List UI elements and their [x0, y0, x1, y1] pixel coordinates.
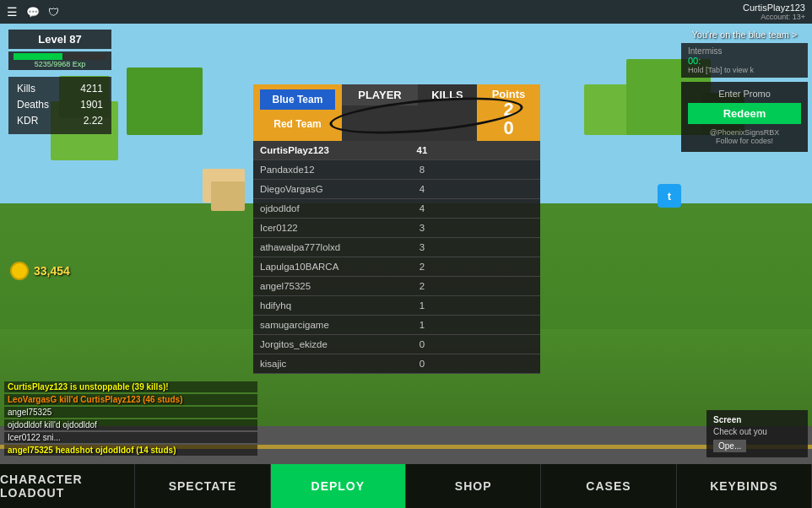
- chat-icon[interactable]: 💬: [26, 6, 40, 19]
- kill-feed-text: LeoVargasG kill'd CurtisPlayz123 (46 stu…: [8, 395, 182, 404]
- points-red: 0: [477, 119, 540, 138]
- you-on-blue-text: You're on the blue team >: [681, 30, 808, 40]
- table-row: DiegoVargasG 4: [253, 180, 540, 199]
- kill-feed-text: Icer0122 sni...: [8, 433, 61, 442]
- top-bar-icons: ☰ 💬 🛡: [7, 5, 59, 19]
- exp-bar-container: 5235/9968 Exp: [8, 51, 111, 70]
- player-name: Lapulga10BARCA: [253, 259, 388, 274]
- nav-shop[interactable]: SHOP: [406, 464, 541, 508]
- nav-label: KEYBINDS: [710, 479, 777, 493]
- player-name: Jorgitos_ekizde: [253, 337, 388, 352]
- screen-panel-title: Screen: [713, 415, 801, 424]
- promo-section: Enter Promo Redeem @PhoenixSignsRBX Foll…: [681, 82, 808, 152]
- kdr-label: KDR: [17, 113, 38, 129]
- player-name: Pandaxde12: [253, 162, 388, 177]
- kill-count: 3: [388, 242, 456, 252]
- nav-character-loadout[interactable]: CHARACTER LOADOUT: [0, 464, 135, 508]
- nav-label: DEPLOY: [311, 479, 365, 493]
- points-blue: 2: [477, 100, 540, 119]
- list-item: angel75325 headshot ojdodldof (14 studs): [4, 445, 257, 456]
- player-name: DiegoVargasG: [253, 181, 388, 197]
- top-bar-user: CurtisPlayz123 Account: 13+: [743, 3, 805, 21]
- scoreboard: Blue Team Red Team PLAYER KILLS Points 2…: [253, 84, 540, 374]
- player-name: ojdodldof: [253, 201, 388, 216]
- nav-label: SHOP: [455, 479, 492, 493]
- player-name: CurtisPlayz123: [253, 143, 388, 158]
- kill-count: 1: [388, 320, 456, 330]
- table-row: CurtisPlayz123 41: [253, 141, 540, 160]
- list-item: CurtisPlayz123 is unstoppable (39 kills)…: [4, 381, 257, 392]
- username: CurtisPlayz123: [743, 3, 805, 13]
- kill-feed: CurtisPlayz123 is unstoppable (39 kills)…: [4, 381, 257, 457]
- kill-count: 1: [388, 300, 456, 311]
- left-panel: Level 87 5235/9968 Exp Kills 4211 Deaths…: [8, 30, 111, 134]
- nav-label: CASES: [586, 479, 631, 493]
- kill-count: 0: [388, 359, 456, 369]
- list-item: Icer0122 sni...: [4, 432, 257, 443]
- table-row: samugarcigame 1: [253, 316, 540, 335]
- table-row: athawalpa777lolxd 3: [253, 238, 540, 257]
- redeem-button[interactable]: Redeem: [688, 103, 801, 124]
- exp-bar-fill: [14, 53, 62, 60]
- nav-cases[interactable]: CASES: [541, 464, 676, 508]
- table-row: ojdodldof 4: [253, 199, 540, 219]
- kill-feed-text: ojdodldof kill'd ojdodldof: [8, 420, 97, 430]
- kills-value: 4211: [80, 81, 103, 97]
- screen-panel-subtitle: Check out you: [713, 427, 801, 436]
- player-name: athawalpa777lolxd: [253, 240, 388, 255]
- currency-amount: 33,454: [34, 264, 70, 278]
- menu-icon[interactable]: ☰: [7, 5, 18, 19]
- deaths-value: 1901: [80, 97, 103, 113]
- top-bar: ☰ 💬 🛡 CurtisPlayz123 Account: 13+: [0, 0, 812, 24]
- kill-count: 2: [388, 262, 456, 272]
- timer-display: 00:: [688, 56, 801, 66]
- nav-label: SPECTATE: [169, 479, 237, 493]
- table-row: hdifyhq 1: [253, 296, 540, 316]
- account-info: Account: 13+: [743, 13, 805, 21]
- twitter-icon[interactable]: t: [658, 184, 681, 208]
- kills-row: Kills 4211: [17, 81, 103, 97]
- nav-spectate[interactable]: SPECTATE: [135, 464, 270, 508]
- kill-count: 3: [388, 223, 456, 233]
- deaths-label: Deaths: [17, 97, 49, 113]
- table-row: Jorgitos_ekizde 0: [253, 335, 540, 354]
- kill-count: 0: [388, 339, 456, 349]
- nav-deploy[interactable]: DEPLOY: [271, 464, 406, 508]
- blue-team-button[interactable]: Blue Team: [260, 89, 335, 110]
- player-name: hdifyhq: [253, 298, 388, 313]
- scoreboard-header: Blue Team Red Team PLAYER KILLS Points 2…: [253, 84, 540, 141]
- table-row: angel75325 2: [253, 277, 540, 296]
- kill-count: 41: [388, 145, 456, 155]
- kill-count: 2: [388, 281, 456, 291]
- nav-label: CHARACTER LOADOUT: [0, 473, 134, 500]
- stats-box: Kills 4211 Deaths 1901 KDR 2.22: [8, 77, 111, 134]
- shield-icon[interactable]: 🛡: [48, 6, 59, 19]
- kill-count: 4: [388, 184, 456, 194]
- player-name: Icer0122: [253, 220, 388, 235]
- currency-display: 33,454: [10, 262, 70, 280]
- screen-panel: Screen Check out you Ope...: [706, 410, 808, 457]
- table-row: Icer0122 3: [253, 219, 540, 238]
- kills-label: Kills: [17, 81, 35, 97]
- enter-promo-label: Enter Promo: [688, 89, 801, 99]
- list-item: LeoVargasG kill'd CurtisPlayz123 (46 stu…: [4, 394, 257, 405]
- kill-feed-text: angel75325 headshot ojdodldof (14 studs): [8, 446, 176, 455]
- player-col-header: PLAYER: [342, 84, 418, 105]
- phoenix-credit: @PhoenixSignsRBX Follow for codes!: [688, 128, 801, 145]
- red-team-button[interactable]: Red Team: [260, 114, 335, 134]
- table-row: kisajic 0: [253, 354, 540, 374]
- player-name: samugarcigame: [253, 317, 388, 332]
- list-item: ojdodldof kill'd ojdodldof: [4, 419, 257, 430]
- intermission-box: Intermiss 00: Hold [Tab] to view k: [681, 43, 808, 78]
- screen-panel-button[interactable]: Ope...: [713, 440, 746, 452]
- nav-keybinds[interactable]: KEYBINDS: [677, 464, 812, 508]
- kdr-row: KDR 2.22: [17, 113, 103, 129]
- intermission-label: Intermiss: [688, 46, 801, 56]
- kill-count: 8: [388, 165, 456, 175]
- right-panel: You're on the blue team > Intermiss 00: …: [681, 30, 808, 152]
- kill-feed-text: angel75325: [8, 408, 51, 417]
- kdr-value: 2.22: [84, 113, 103, 129]
- exp-bar-bg: [14, 53, 106, 60]
- level-label: Level 87: [38, 33, 81, 46]
- score-table: CurtisPlayz123 41 Pandaxde12 8 DiegoVarg…: [253, 141, 540, 374]
